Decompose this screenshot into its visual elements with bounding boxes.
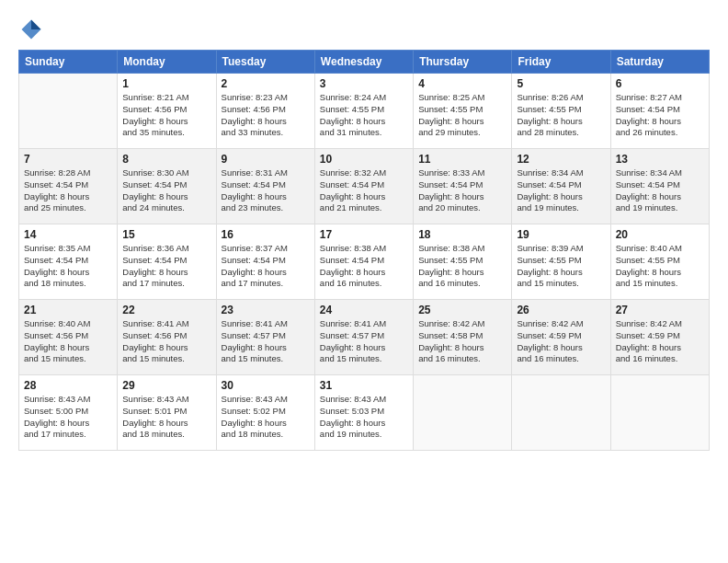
day-number: 14	[24, 228, 112, 241]
day-number: 11	[418, 153, 506, 166]
day-number: 23	[222, 304, 310, 316]
day-info: Sunrise: 8:42 AM Sunset: 4:59 PM Dayligh…	[517, 318, 605, 365]
day-cell: 10Sunrise: 8:32 AM Sunset: 4:54 PM Dayli…	[314, 149, 413, 224]
day-info: Sunrise: 8:41 AM Sunset: 4:57 PM Dayligh…	[320, 318, 408, 365]
day-info: Sunrise: 8:42 AM Sunset: 4:59 PM Dayligh…	[616, 318, 704, 365]
day-cell: 20Sunrise: 8:40 AM Sunset: 4:55 PM Dayli…	[610, 224, 709, 300]
day-number: 26	[517, 304, 605, 316]
week-row-1: 1Sunrise: 8:21 AM Sunset: 4:56 PM Daylig…	[19, 74, 710, 149]
day-number: 10	[320, 153, 408, 166]
day-cell: 5Sunrise: 8:26 AM Sunset: 4:55 PM Daylig…	[512, 74, 610, 149]
day-info: Sunrise: 8:38 AM Sunset: 4:55 PM Dayligh…	[418, 243, 506, 290]
day-number: 31	[320, 379, 408, 392]
day-cell	[414, 375, 512, 451]
day-cell: 3Sunrise: 8:24 AM Sunset: 4:55 PM Daylig…	[314, 74, 413, 149]
day-number: 15	[122, 228, 210, 241]
day-cell: 2Sunrise: 8:23 AM Sunset: 4:56 PM Daylig…	[216, 74, 314, 149]
day-info: Sunrise: 8:23 AM Sunset: 4:56 PM Dayligh…	[222, 92, 310, 139]
day-cell: 22Sunrise: 8:41 AM Sunset: 4:56 PM Dayli…	[118, 300, 216, 375]
day-info: Sunrise: 8:31 AM Sunset: 4:54 PM Dayligh…	[222, 167, 310, 214]
day-info: Sunrise: 8:40 AM Sunset: 4:56 PM Dayligh…	[24, 318, 112, 365]
day-number: 30	[222, 379, 310, 392]
day-number: 16	[222, 228, 310, 241]
day-number: 8	[122, 153, 210, 166]
weekday-header-row: SundayMondayTuesdayWednesdayThursdayFrid…	[19, 51, 710, 74]
day-number: 6	[616, 77, 704, 90]
day-cell: 23Sunrise: 8:41 AM Sunset: 4:57 PM Dayli…	[216, 300, 314, 375]
day-cell: 17Sunrise: 8:38 AM Sunset: 4:54 PM Dayli…	[314, 224, 413, 300]
day-info: Sunrise: 8:41 AM Sunset: 4:57 PM Dayligh…	[222, 318, 310, 365]
weekday-header-sunday: Sunday	[19, 51, 118, 74]
day-cell: 8Sunrise: 8:30 AM Sunset: 4:54 PM Daylig…	[118, 149, 216, 224]
day-cell: 14Sunrise: 8:35 AM Sunset: 4:54 PM Dayli…	[19, 224, 118, 300]
day-cell: 19Sunrise: 8:39 AM Sunset: 4:55 PM Dayli…	[512, 224, 610, 300]
day-cell	[19, 74, 118, 149]
day-number: 29	[122, 379, 210, 392]
day-cell: 24Sunrise: 8:41 AM Sunset: 4:57 PM Dayli…	[314, 300, 413, 375]
day-cell: 6Sunrise: 8:27 AM Sunset: 4:54 PM Daylig…	[610, 74, 709, 149]
day-info: Sunrise: 8:39 AM Sunset: 4:55 PM Dayligh…	[517, 243, 605, 290]
day-info: Sunrise: 8:36 AM Sunset: 4:54 PM Dayligh…	[122, 243, 210, 290]
day-number: 4	[418, 77, 506, 90]
day-cell: 7Sunrise: 8:28 AM Sunset: 4:54 PM Daylig…	[19, 149, 118, 224]
day-info: Sunrise: 8:21 AM Sunset: 4:56 PM Dayligh…	[122, 92, 210, 139]
day-number: 3	[320, 77, 408, 90]
weekday-header-saturday: Saturday	[610, 51, 709, 74]
header	[18, 17, 710, 42]
weekday-header-thursday: Thursday	[414, 51, 512, 74]
svg-marker-1	[31, 20, 41, 30]
day-info: Sunrise: 8:43 AM Sunset: 5:02 PM Dayligh…	[222, 394, 310, 441]
day-number: 18	[418, 228, 506, 241]
day-number: 22	[122, 304, 210, 316]
day-info: Sunrise: 8:32 AM Sunset: 4:54 PM Dayligh…	[320, 167, 408, 214]
day-info: Sunrise: 8:43 AM Sunset: 5:03 PM Dayligh…	[320, 394, 408, 441]
day-number: 1	[122, 77, 210, 90]
day-info: Sunrise: 8:41 AM Sunset: 4:56 PM Dayligh…	[122, 318, 210, 365]
day-cell: 16Sunrise: 8:37 AM Sunset: 4:54 PM Dayli…	[216, 224, 314, 300]
page: SundayMondayTuesdayWednesdayThursdayFrid…	[0, 0, 728, 563]
day-cell: 12Sunrise: 8:34 AM Sunset: 4:54 PM Dayli…	[512, 149, 610, 224]
day-cell: 11Sunrise: 8:33 AM Sunset: 4:54 PM Dayli…	[414, 149, 512, 224]
day-info: Sunrise: 8:24 AM Sunset: 4:55 PM Dayligh…	[320, 92, 408, 139]
day-info: Sunrise: 8:26 AM Sunset: 4:55 PM Dayligh…	[517, 92, 605, 139]
day-cell: 29Sunrise: 8:43 AM Sunset: 5:01 PM Dayli…	[118, 375, 216, 451]
day-info: Sunrise: 8:27 AM Sunset: 4:54 PM Dayligh…	[616, 92, 704, 139]
day-info: Sunrise: 8:34 AM Sunset: 4:54 PM Dayligh…	[616, 167, 704, 214]
day-cell: 18Sunrise: 8:38 AM Sunset: 4:55 PM Dayli…	[414, 224, 512, 300]
day-cell	[610, 375, 709, 451]
day-cell: 30Sunrise: 8:43 AM Sunset: 5:02 PM Dayli…	[216, 375, 314, 451]
day-info: Sunrise: 8:38 AM Sunset: 4:54 PM Dayligh…	[320, 243, 408, 290]
day-number: 13	[616, 153, 704, 166]
day-info: Sunrise: 8:25 AM Sunset: 4:55 PM Dayligh…	[418, 92, 506, 139]
day-cell: 28Sunrise: 8:43 AM Sunset: 5:00 PM Dayli…	[19, 375, 118, 451]
day-number: 25	[418, 304, 506, 316]
weekday-header-monday: Monday	[118, 51, 216, 74]
day-cell: 31Sunrise: 8:43 AM Sunset: 5:03 PM Dayli…	[314, 375, 413, 451]
day-cell: 21Sunrise: 8:40 AM Sunset: 4:56 PM Dayli…	[19, 300, 118, 375]
week-row-4: 21Sunrise: 8:40 AM Sunset: 4:56 PM Dayli…	[19, 300, 710, 375]
day-info: Sunrise: 8:30 AM Sunset: 4:54 PM Dayligh…	[122, 167, 210, 214]
day-cell	[512, 375, 610, 451]
day-number: 24	[320, 304, 408, 316]
day-number: 27	[616, 304, 704, 316]
day-info: Sunrise: 8:40 AM Sunset: 4:55 PM Dayligh…	[616, 243, 704, 290]
week-row-5: 28Sunrise: 8:43 AM Sunset: 5:00 PM Dayli…	[19, 375, 710, 451]
day-number: 5	[517, 77, 605, 90]
logo	[18, 17, 46, 42]
weekday-header-wednesday: Wednesday	[314, 51, 413, 74]
day-number: 17	[320, 228, 408, 241]
day-number: 7	[24, 153, 112, 166]
day-number: 21	[24, 304, 112, 316]
day-info: Sunrise: 8:37 AM Sunset: 4:54 PM Dayligh…	[222, 243, 310, 290]
week-row-3: 14Sunrise: 8:35 AM Sunset: 4:54 PM Dayli…	[19, 224, 710, 300]
day-cell: 27Sunrise: 8:42 AM Sunset: 4:59 PM Dayli…	[610, 300, 709, 375]
day-info: Sunrise: 8:33 AM Sunset: 4:54 PM Dayligh…	[418, 167, 506, 214]
day-info: Sunrise: 8:42 AM Sunset: 4:58 PM Dayligh…	[418, 318, 506, 365]
day-number: 12	[517, 153, 605, 166]
week-row-2: 7Sunrise: 8:28 AM Sunset: 4:54 PM Daylig…	[19, 149, 710, 224]
weekday-header-friday: Friday	[512, 51, 610, 74]
day-info: Sunrise: 8:43 AM Sunset: 5:00 PM Dayligh…	[24, 394, 112, 441]
day-cell: 25Sunrise: 8:42 AM Sunset: 4:58 PM Dayli…	[414, 300, 512, 375]
day-number: 19	[517, 228, 605, 241]
day-number: 28	[24, 379, 112, 392]
